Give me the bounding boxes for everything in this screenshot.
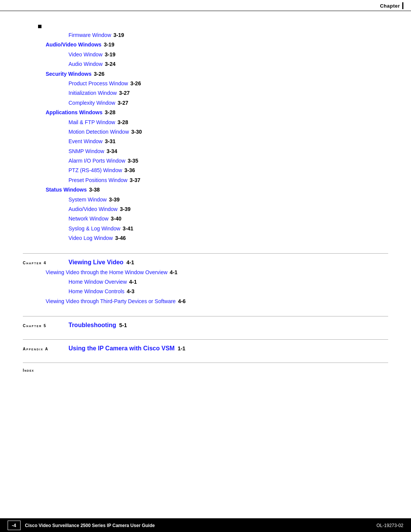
toc-link[interactable]: Firmware Window xyxy=(68,31,111,39)
toc-link[interactable]: Video Window xyxy=(68,50,102,59)
toc-item: Applications Windows 3-28 xyxy=(46,108,388,117)
toc-item: Product Process Window 3-26 xyxy=(68,79,388,88)
appendix-a-label: APPENDIX A xyxy=(23,347,68,351)
page-content: Firmware Window 3-19 Audio/Video Windows… xyxy=(0,11,411,403)
toc-page: 3-35 xyxy=(127,157,138,165)
footer-page-number: -4 xyxy=(8,521,21,530)
toc-link[interactable]: Home Window Controls xyxy=(68,287,124,296)
toc-link[interactable]: Syslog & Log Window xyxy=(68,224,120,233)
footer-left: -4 Cisco Video Surveillance 2500 Series … xyxy=(8,521,155,530)
toc-item: Alarm I/O Ports Window 3-35 xyxy=(68,157,388,165)
toc-item: Audio/Video Window 3-39 xyxy=(68,205,388,213)
toc-link[interactable]: Alarm I/O Ports Window xyxy=(68,157,125,165)
toc-link[interactable]: System Window xyxy=(68,195,107,204)
chapter-4-page: 4-1 xyxy=(126,259,134,265)
toc-link[interactable]: Mail & FTP Window xyxy=(68,118,115,126)
toc-page: 3-24 xyxy=(105,60,116,68)
toc-item: Firmware Window 3-19 xyxy=(68,31,388,39)
toc-item: Video Window 3-19 xyxy=(68,50,388,59)
footer: -4 Cisco Video Surveillance 2500 Series … xyxy=(0,518,411,532)
toc-page: 3-26 xyxy=(130,79,141,88)
toc-page: 3-46 xyxy=(115,234,126,242)
toc-item: Motion Detection Window 3-30 xyxy=(68,128,388,136)
toc-link[interactable]: Home Window Overview xyxy=(68,278,127,286)
toc-list: Firmware Window 3-19 Audio/Video Windows… xyxy=(23,31,388,243)
toc-page: 3-37 xyxy=(130,176,140,184)
toc-item: Security Windows 3-26 xyxy=(46,70,388,78)
toc-page: 3-31 xyxy=(105,137,115,145)
toc-item: Syslog & Log Window 3-41 xyxy=(68,224,388,233)
chapter-header-label: Chapter xyxy=(380,3,400,9)
toc-item: Status Windows 3-38 xyxy=(46,185,388,194)
toc-item: Viewing Video through Third-Party Device… xyxy=(46,297,388,305)
chapter-4-title[interactable]: Viewing Live Video xyxy=(68,259,123,266)
toc-item: SNMP Window 3-34 xyxy=(68,147,388,155)
toc-page: 4-1 xyxy=(129,278,137,286)
toc-link[interactable]: Viewing Video through the Home Window Ov… xyxy=(46,268,167,276)
index-block: INDEX xyxy=(23,363,388,372)
toc-page: 3-28 xyxy=(105,108,115,117)
toc-item: Complexity Window 3-27 xyxy=(68,99,388,107)
toc-link[interactable]: Status Windows xyxy=(46,185,87,194)
index-label: INDEX xyxy=(23,368,34,372)
toc-link[interactable]: Product Process Window xyxy=(68,79,128,88)
appendix-a-block: APPENDIX A Using the IP Camera with Cisc… xyxy=(23,339,388,352)
toc-page: 3-19 xyxy=(113,31,124,39)
toc-link[interactable]: Video Log Window xyxy=(68,234,113,242)
chapter-5-title[interactable]: Troubleshooting xyxy=(68,322,116,329)
toc-item: Preset Positions Window 3-37 xyxy=(68,176,388,184)
toc-link[interactable]: Motion Detection Window xyxy=(68,128,129,136)
toc-item: Viewing Video through the Home Window Ov… xyxy=(46,268,388,276)
chapter-4-toc: Viewing Video through the Home Window Ov… xyxy=(23,268,388,306)
toc-page: 3-28 xyxy=(118,118,128,126)
toc-item: Audio Window 3-24 xyxy=(68,60,388,68)
appendix-a-page: 1-1 xyxy=(178,345,185,351)
toc-item: Event Window 3-31 xyxy=(68,137,388,145)
toc-link[interactable]: Preset Positions Window xyxy=(68,176,127,184)
toc-link[interactable]: Network Window xyxy=(68,214,108,223)
toc-page: 3-40 xyxy=(111,214,121,223)
toc-page: 3-38 xyxy=(89,185,100,194)
toc-link[interactable]: Audio/Video Window xyxy=(68,205,118,213)
toc-page: 4-1 xyxy=(170,268,177,276)
chapter-4-label: CHAPTER 4 xyxy=(23,260,68,265)
toc-item: Audio/Video Windows 3-19 xyxy=(46,40,388,49)
toc-item: System Window 3-39 xyxy=(68,195,388,204)
toc-link[interactable]: Complexity Window xyxy=(68,99,115,107)
toc-page: 3-34 xyxy=(107,147,117,155)
toc-page: 3-19 xyxy=(105,50,115,59)
toc-link[interactable]: Audio Window xyxy=(68,60,103,68)
toc-link[interactable]: PTZ (RS-485) Window xyxy=(68,166,122,174)
bullet-icon xyxy=(38,25,41,28)
toc-link[interactable]: Security Windows xyxy=(46,70,91,78)
toc-item: Mail & FTP Window 3-28 xyxy=(68,118,388,126)
appendix-a-title[interactable]: Using the IP Camera with Cisco VSM xyxy=(68,345,175,352)
toc-page: 3-19 xyxy=(104,40,115,49)
toc-page: 3-41 xyxy=(123,224,133,233)
toc-item: Video Log Window 3-46 xyxy=(68,234,388,242)
toc-page: 3-30 xyxy=(131,128,142,136)
footer-doc-num: OL-19273-02 xyxy=(376,523,403,528)
toc-link[interactable]: Event Window xyxy=(68,137,102,145)
toc-item: Home Window Overview 4-1 xyxy=(68,278,388,286)
chapter-5-block: CHAPTER 5 Troubleshooting 5-1 xyxy=(23,316,388,329)
footer-document-title: Cisco Video Surveillance 2500 Series IP … xyxy=(25,523,155,528)
toc-page: 3-26 xyxy=(94,70,104,78)
toc-page: 4-3 xyxy=(127,287,134,296)
chapter-4-block: CHAPTER 4 Viewing Live Video 4-1 xyxy=(23,253,388,266)
top-rule xyxy=(402,2,403,9)
toc-item: Initialization Window 3-27 xyxy=(68,89,388,97)
toc-page: 3-36 xyxy=(124,166,135,174)
toc-item: Network Window 3-40 xyxy=(68,214,388,223)
toc-link[interactable]: Audio/Video Windows xyxy=(46,40,102,49)
toc-link[interactable]: Viewing Video through Third-Party Device… xyxy=(46,297,176,305)
chapter-5-page: 5-1 xyxy=(119,322,127,328)
toc-page: 3-39 xyxy=(109,195,119,204)
toc-page: 3-27 xyxy=(118,99,128,107)
toc-item: PTZ (RS-485) Window 3-36 xyxy=(68,166,388,174)
toc-link[interactable]: Applications Windows xyxy=(46,108,102,117)
toc-link[interactable]: SNMP Window xyxy=(68,147,104,155)
chapter-5-label: CHAPTER 5 xyxy=(23,323,68,328)
toc-link[interactable]: Initialization Window xyxy=(68,89,117,97)
toc-page: 3-27 xyxy=(119,89,130,97)
